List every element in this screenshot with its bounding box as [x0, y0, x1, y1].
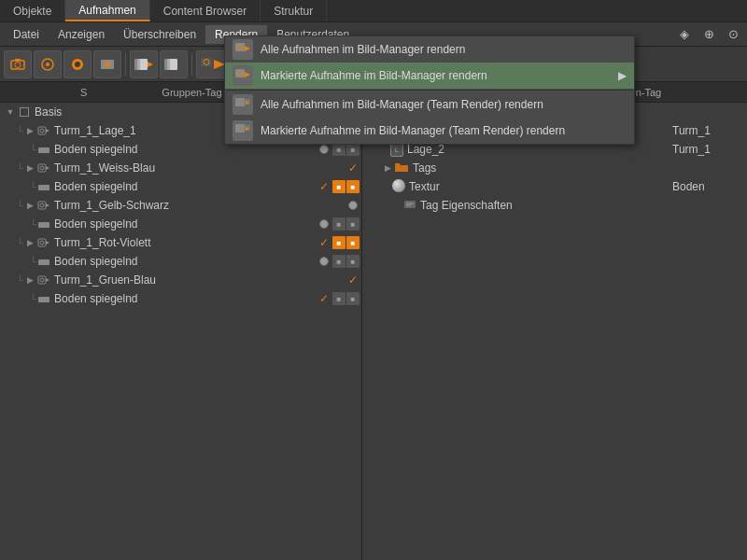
tree-row-turm1-wb[interactable]: └ ▶ Turm_1_Weiss-Blau ✓ — [0, 159, 361, 177]
tree-label-boden3: Boden spiegelnd — [54, 217, 316, 231]
expand-icon-5[interactable]: ▶ — [23, 273, 36, 287]
svg-point-62 — [238, 100, 243, 105]
dropdown-icon-2 — [233, 65, 253, 86]
svg-rect-11 — [140, 59, 148, 70]
toolbar-btn-4[interactable] — [93, 50, 121, 78]
camera-icon-5 — [36, 273, 51, 287]
toolbar-separator-1 — [125, 53, 126, 76]
connector-7: └ — [17, 238, 23, 248]
tree-row-turm1-gs[interactable]: └ ▶ Turm_1_Gelb-Schwarz — [0, 196, 361, 215]
toolbar-btn-6[interactable] — [160, 50, 188, 78]
tag-icon-rv1: ■ — [332, 236, 345, 249]
toolbar-btn-3[interactable] — [63, 50, 92, 78]
svg-marker-42 — [46, 203, 49, 207]
toolbar-btn-1[interactable] — [4, 50, 32, 78]
menu-anzeigen[interactable]: Anzeigen — [49, 25, 114, 44]
right-row-textur[interactable]: Textur Boden — [362, 177, 747, 196]
cursor-indicator: ▶ — [618, 69, 627, 82]
connector-10: └ — [30, 294, 36, 304]
status-rv: ✓ — [316, 236, 332, 249]
tag-prop-icon — [403, 199, 416, 213]
svg-point-1 — [15, 62, 21, 67]
tab-content-browser[interactable]: Content Browser — [150, 0, 261, 21]
svg-point-45 — [40, 241, 44, 245]
toolbar-separator-2 — [191, 53, 192, 76]
svg-rect-47 — [38, 259, 49, 265]
svg-marker-46 — [46, 241, 49, 245]
right-owner-lage3: Turm_1 — [672, 124, 747, 137]
sphere-icon-textur — [392, 179, 405, 195]
connector-1: └ — [17, 126, 23, 136]
expand-icon-1[interactable]: ▶ — [23, 124, 36, 137]
tree-label-gb: Turm_1_Gruen-Blau — [54, 273, 345, 287]
tag-icon-6: ■ — [346, 217, 359, 231]
toolbar-btn-2[interactable] — [34, 50, 62, 78]
tree-row-boden2[interactable]: └ Boden spiegelnd ✓ ■ ■ — [0, 177, 361, 196]
connector-8: └ — [30, 257, 36, 267]
tree-row-boden3[interactable]: └ Boden spiegelnd ■ ■ — [0, 215, 361, 233]
connector-4: └ — [30, 182, 36, 192]
camera-icon-2 — [36, 161, 51, 175]
tag-icon-5: ■ — [332, 217, 345, 231]
dropdown-item-3[interactable]: Alle Aufnahmen im Bild-Manager (Team Ren… — [225, 91, 634, 118]
svg-rect-35 — [38, 147, 49, 153]
toolbar-search-icon[interactable]: ⊕ — [698, 24, 719, 45]
connector-9: └ — [17, 275, 23, 286]
svg-point-59 — [238, 71, 243, 76]
obj-icon-2 — [36, 179, 51, 194]
obj-icon-3 — [36, 217, 51, 231]
tree-label-boden4: Boden spiegelnd — [54, 255, 316, 268]
connector-6: └ — [30, 219, 36, 230]
menu-datei[interactable]: Datei — [4, 25, 49, 44]
small-icons-2: ■ ■ — [332, 180, 359, 193]
right-row-tags[interactable]: ▶ Tags — [362, 159, 747, 177]
right-owner-lage2: Turm_1 — [672, 143, 747, 156]
tree-row-turm1-gb[interactable]: └ ▶ Turm_1_Gruen-Blau ✓ — [0, 271, 361, 289]
svg-rect-36 — [38, 164, 46, 172]
tree-label-gs: Turm_1_Gelb-Schwarz — [54, 199, 345, 212]
tab-aufnahmen[interactable]: Aufnahmen — [65, 0, 149, 21]
tree-row-boden4[interactable]: └ Boden spiegelnd ■ ■ — [0, 252, 361, 271]
dropdown-item-4[interactable]: Markierte Aufnahme im Bild-Manager (Team… — [225, 118, 634, 144]
toolbar-eye-icon[interactable]: ◈ — [674, 24, 695, 45]
svg-marker-12 — [148, 62, 153, 67]
expand-icon-basis[interactable]: ▼ — [4, 105, 17, 119]
tree-row-boden5[interactable]: └ Boden spiegelnd ✓ ■ ■ — [0, 289, 361, 308]
camera-icon-1 — [36, 123, 51, 138]
menu-uberschreiben[interactable]: Überschreiben — [114, 25, 205, 44]
svg-rect-15 — [170, 59, 177, 70]
expand-tags[interactable]: ▶ — [381, 161, 394, 175]
svg-point-41 — [40, 203, 44, 207]
small-icons-4: ■ ■ — [332, 255, 359, 268]
tag-icon-1: ■ — [332, 143, 345, 156]
tag-icon-3: ■ — [332, 180, 345, 193]
svg-rect-52 — [404, 201, 416, 208]
right-label-tag-eigenschaften: Tag Eigenschaften — [420, 199, 747, 212]
small-icons-5: ■ ■ — [332, 292, 359, 305]
tree-label-wb: Turm_1_Weiss-Blau — [54, 161, 345, 175]
right-row-tag-eigenschaften[interactable]: Tag Eigenschaften — [362, 196, 747, 215]
connector-2: └ — [30, 145, 36, 155]
dropdown-item-2[interactable]: Markierte Aufnahme im Bild-Manager rende… — [225, 63, 634, 89]
status-wb: ✓ — [345, 161, 361, 175]
dropdown-label-2: Markierte Aufnahme im Bild-Manager rende… — [261, 69, 603, 82]
toolbar-settings-icon[interactable]: ⊙ — [723, 24, 743, 45]
svg-rect-43 — [38, 222, 49, 228]
tab-objekte[interactable]: Objekte — [0, 0, 65, 21]
dropdown-menu[interactable]: Alle Aufnahmen im Bild-Manager rendern M… — [224, 35, 635, 145]
svg-point-4 — [46, 63, 49, 66]
tree-row-turm1-rv[interactable]: └ ▶ Turm_1_Rot-Violett ✓ ■ ■ — [0, 233, 361, 252]
tree-col-gruppen: Gruppen-Tag — [162, 87, 221, 98]
tab-struktur[interactable]: Struktur — [261, 0, 327, 21]
dropdown-label-4: Markierte Aufnahme im Bild-Manager (Team… — [261, 124, 627, 137]
expand-icon-3[interactable]: ▶ — [23, 199, 36, 212]
toolbar-btn-5[interactable] — [130, 50, 158, 78]
expand-icon-2[interactable]: ▶ — [23, 161, 36, 175]
status-boden2: ✓ — [316, 180, 332, 193]
svg-rect-32 — [38, 127, 46, 134]
tag-icon-4: ■ — [346, 180, 359, 193]
connector-3: └ — [17, 163, 23, 174]
dropdown-item-1[interactable]: Alle Aufnahmen im Bild-Manager rendern — [225, 36, 634, 63]
right-owner-textur: Boden — [672, 180, 747, 193]
expand-icon-4[interactable]: ▶ — [23, 236, 36, 249]
